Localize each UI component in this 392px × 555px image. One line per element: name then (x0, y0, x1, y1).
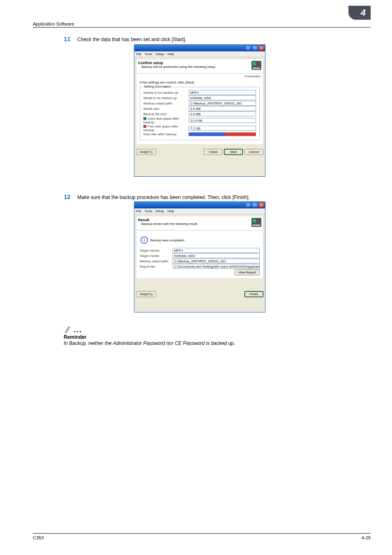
start-button[interactable]: Start (224, 149, 243, 155)
menu-setup[interactable]: Setup (156, 209, 164, 213)
maximize-button[interactable]: □ (252, 203, 258, 208)
connection-status: Connected (136, 74, 263, 78)
media-field: NVRAM, HDD (189, 95, 256, 100)
target-device-label: Target device: (140, 249, 173, 252)
output-path-label: Backup output path: (140, 259, 173, 263)
help-button[interactable]: Help(F1) (136, 149, 156, 155)
menu-bar: File Tools Setup Help (134, 208, 265, 214)
dialog-title: Result (138, 218, 198, 222)
confirm-setup-dialog: – □ × File Tools Setup Help Confirm setu… (134, 44, 265, 177)
used-label: Used disk space after backup: (143, 117, 189, 124)
reminder-text: In Backup, neither the Administrator Pas… (64, 340, 343, 346)
fieldset-legend: Setting information (143, 85, 173, 88)
close-button[interactable]: × (258, 203, 264, 208)
device-icon (251, 61, 261, 70)
target-media-label: Target media: (140, 254, 173, 258)
device-field: MFP1 (189, 90, 256, 95)
used-field: 11.4 GB (189, 118, 256, 123)
media-label: Media to be backed up: (143, 96, 189, 100)
target-device-field: MFP1 (173, 248, 260, 253)
path-label: Backup output path: (143, 102, 189, 105)
footer-left: C353 (33, 535, 44, 540)
step-number-11: 11 (64, 35, 76, 42)
setting-fieldset: Setting information Device to be backed … (140, 87, 260, 140)
maximize-button[interactable]: □ (252, 46, 258, 51)
help-button[interactable]: Help(F1) (136, 291, 156, 297)
target-media-field: NVRAM, HDD (173, 253, 260, 258)
report-file-label: Report file: (140, 265, 173, 268)
menu-file[interactable]: File (136, 52, 141, 56)
completed-text: Backup was completed. (150, 238, 185, 242)
ratio-label: Disk ratio after backup: (143, 132, 189, 136)
finish-button[interactable]: Finish (244, 291, 263, 297)
pencil-icon (63, 324, 73, 334)
footer-right: 4-29 (362, 535, 371, 540)
dialog-subtitle: Backup will be performed using the follo… (138, 65, 216, 69)
menu-file[interactable]: File (136, 209, 141, 213)
step-number-12: 12 (64, 193, 76, 200)
blue-square-icon (143, 117, 146, 120)
step-11: 11 Check the data that has been set and … (64, 35, 359, 42)
report-file-field: C:\Documents and Settings\All Users.WIND… (173, 264, 260, 269)
titlebar: – □ × (134, 202, 265, 208)
red-square-icon (143, 125, 146, 128)
menu-help[interactable]: Help (167, 52, 174, 56)
reminder-label: Reminder (64, 334, 343, 340)
menu-bar: File Tools Setup Help (134, 51, 265, 57)
step-12: 12 Make sure that the backup procedure h… (64, 193, 359, 200)
path-field: C:\Backup_20070529_105031_001 (189, 101, 256, 106)
device-icon (251, 218, 261, 227)
back-button[interactable]: < Back (203, 149, 222, 155)
step-text-12: Make sure that the backup procedure has … (77, 194, 249, 200)
step-text-11: Check the data that has been set and cli… (77, 37, 186, 42)
minimize-button[interactable]: – (245, 203, 251, 208)
msize-field: 2.0 MB (189, 106, 256, 111)
instruction-text: If the settings are correct, click [Star… (140, 81, 260, 84)
device-label: Device to be backed up: (143, 91, 189, 95)
free-label: Free disk space after backup: (143, 125, 189, 132)
chapter-number: 4 (348, 6, 371, 20)
close-button[interactable]: × (258, 46, 264, 51)
dialog-subtitle: Backup ended with the following result. (138, 222, 198, 226)
free-field: 7.2 GB (189, 126, 256, 131)
dialog-title: Confirm setup (138, 61, 216, 65)
menu-tools[interactable]: Tools (145, 52, 152, 56)
fsize-field: 2.0 MB (189, 111, 256, 116)
msize-label: Media size: (143, 107, 189, 111)
reminder-note: ... Reminder In Backup, neither the Admi… (64, 325, 343, 346)
output-path-field: C:\Backup_20070529_105031_001 (173, 259, 260, 264)
section-title: Application Software (33, 21, 74, 26)
menu-tools[interactable]: Tools (145, 209, 152, 213)
result-dialog: – □ × File Tools Setup Help Result Backu… (134, 201, 265, 312)
menu-help[interactable]: Help (167, 209, 174, 213)
titlebar: – □ × (134, 45, 265, 51)
fsize-label: Backup file size: (143, 112, 189, 116)
view-report-button[interactable]: View Report (235, 269, 260, 275)
ellipsis-icon: ... (74, 326, 82, 334)
minimize-button[interactable]: – (245, 46, 251, 51)
cancel-button[interactable]: Cancel (244, 149, 263, 155)
ratio-bar (189, 132, 256, 136)
menu-setup[interactable]: Setup (156, 52, 164, 56)
info-icon: i (141, 236, 148, 244)
